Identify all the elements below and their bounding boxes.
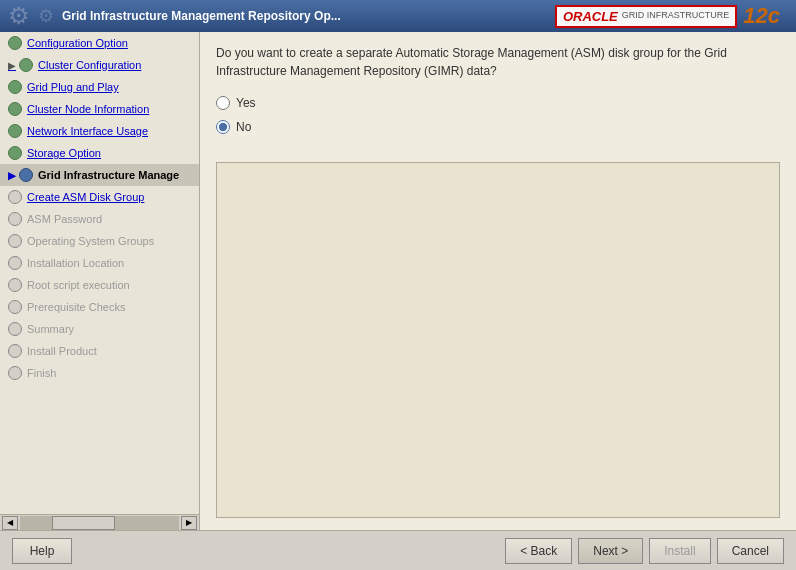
radio-no-input[interactable] — [216, 120, 230, 134]
radio-yes-label: Yes — [236, 96, 256, 110]
sidebar-label-finish: Finish — [27, 367, 56, 379]
console-area — [216, 162, 780, 518]
sidebar-scrollbar: ◀ ▶ — [0, 514, 199, 530]
button-bar: Help < Back Next > Install Cancel — [0, 530, 796, 570]
sidebar-label-cluster-configuration: Cluster Configuration — [38, 59, 141, 71]
title-bar-left: ⚙ ⚙ Grid Infrastructure Management Repos… — [8, 2, 341, 30]
oracle-brand-box: ORACLE GRID INFRASTRUCTURE — [555, 5, 737, 28]
sidebar: Configuration Option ▶ Cluster Configura… — [0, 32, 200, 530]
main-window: Configuration Option ▶ Cluster Configura… — [0, 32, 796, 570]
sidebar-item-asm-password: ASM Password — [0, 208, 199, 230]
sidebar-label-create-asm-disk-group: Create ASM Disk Group — [27, 191, 144, 203]
version-12c: 12c — [743, 3, 780, 29]
sidebar-item-operating-system-groups: Operating System Groups — [0, 230, 199, 252]
sidebar-item-grid-infrastructure-manage[interactable]: ▶ Grid Infrastructure Manage — [0, 164, 199, 186]
sidebar-label-configuration-option: Configuration Option — [27, 37, 128, 49]
back-button[interactable]: < Back — [505, 538, 572, 564]
radio-yes-input[interactable] — [216, 96, 230, 110]
sidebar-label-summary: Summary — [27, 323, 74, 335]
sidebar-item-cluster-node-information[interactable]: Cluster Node Information — [0, 98, 199, 120]
sidebar-item-installation-location: Installation Location — [0, 252, 199, 274]
button-bar-right: < Back Next > Install Cancel — [505, 538, 784, 564]
right-content: Do you want to create a separate Automat… — [200, 32, 796, 530]
step-circle-1 — [8, 36, 22, 50]
cancel-button[interactable]: Cancel — [717, 538, 784, 564]
sidebar-item-root-script-execution: Root script execution — [0, 274, 199, 296]
next-button[interactable]: Next > — [578, 538, 643, 564]
sidebar-label-install-product: Install Product — [27, 345, 97, 357]
step-circle-11 — [8, 256, 22, 270]
question-text: Do you want to create a separate Automat… — [216, 44, 780, 80]
step-circle-4 — [8, 102, 22, 116]
sidebar-item-network-interface-usage[interactable]: Network Interface Usage — [0, 120, 199, 142]
radio-no-label: No — [236, 120, 251, 134]
step-circle-7 — [19, 168, 33, 182]
oracle-word: ORACLE — [563, 9, 618, 24]
step-circle-14 — [8, 322, 22, 336]
oracle-brand: ORACLE GRID INFRASTRUCTURE 12c — [547, 3, 788, 29]
radio-no[interactable]: No — [216, 120, 780, 134]
step-circle-3 — [8, 80, 22, 94]
sidebar-label-prerequisite-checks: Prerequisite Checks — [27, 301, 125, 313]
sidebar-item-finish: Finish — [0, 362, 199, 384]
window-title: Grid Infrastructure Management Repositor… — [62, 9, 341, 23]
install-button: Install — [649, 538, 710, 564]
scroll-left-button[interactable]: ◀ — [2, 516, 18, 530]
sidebar-item-configuration-option[interactable]: Configuration Option — [0, 32, 199, 54]
step-circle-6 — [8, 146, 22, 160]
sidebar-item-grid-plug-and-play[interactable]: Grid Plug and Play — [0, 76, 199, 98]
sidebar-item-install-product: Install Product — [0, 340, 199, 362]
arrow-2: ▶ — [8, 60, 16, 71]
step-circle-12 — [8, 278, 22, 292]
step-circle-8 — [8, 190, 22, 204]
radio-yes[interactable]: Yes — [216, 96, 780, 110]
step-circle-2 — [19, 58, 33, 72]
sidebar-item-storage-option[interactable]: Storage Option — [0, 142, 199, 164]
sidebar-item-prerequisite-checks: Prerequisite Checks — [0, 296, 199, 318]
sidebar-label-storage-option: Storage Option — [27, 147, 101, 159]
sidebar-items: Configuration Option ▶ Cluster Configura… — [0, 32, 199, 514]
help-button[interactable]: Help — [12, 538, 72, 564]
arrow-7: ▶ — [8, 170, 16, 181]
sidebar-label-asm-password: ASM Password — [27, 213, 102, 225]
title-bar: ⚙ ⚙ Grid Infrastructure Management Repos… — [0, 0, 796, 32]
step-circle-9 — [8, 212, 22, 226]
sidebar-label-grid-plug-and-play: Grid Plug and Play — [27, 81, 119, 93]
scroll-thumb[interactable] — [52, 516, 116, 530]
sidebar-item-create-asm-disk-group[interactable]: Create ASM Disk Group — [0, 186, 199, 208]
step-circle-16 — [8, 366, 22, 380]
scroll-track — [20, 516, 179, 530]
step-circle-15 — [8, 344, 22, 358]
sidebar-label-installation-location: Installation Location — [27, 257, 124, 269]
sidebar-label-grid-infrastructure-manage: Grid Infrastructure Manage — [38, 169, 179, 181]
sidebar-label-root-script-execution: Root script execution — [27, 279, 130, 291]
grid-infra-text: GRID INFRASTRUCTURE — [622, 10, 730, 22]
scroll-right-button[interactable]: ▶ — [181, 516, 197, 530]
gear-icon-2: ⚙ — [38, 5, 54, 27]
content-area: Configuration Option ▶ Cluster Configura… — [0, 32, 796, 530]
sidebar-label-cluster-node-information: Cluster Node Information — [27, 103, 149, 115]
radio-group: Yes No — [216, 96, 780, 134]
sidebar-label-operating-system-groups: Operating System Groups — [27, 235, 154, 247]
sidebar-item-cluster-configuration[interactable]: ▶ Cluster Configuration — [0, 54, 199, 76]
gear-icon-1: ⚙ — [8, 2, 30, 30]
sidebar-item-summary: Summary — [0, 318, 199, 340]
sidebar-label-network-interface-usage: Network Interface Usage — [27, 125, 148, 137]
step-circle-5 — [8, 124, 22, 138]
step-circle-13 — [8, 300, 22, 314]
step-circle-10 — [8, 234, 22, 248]
